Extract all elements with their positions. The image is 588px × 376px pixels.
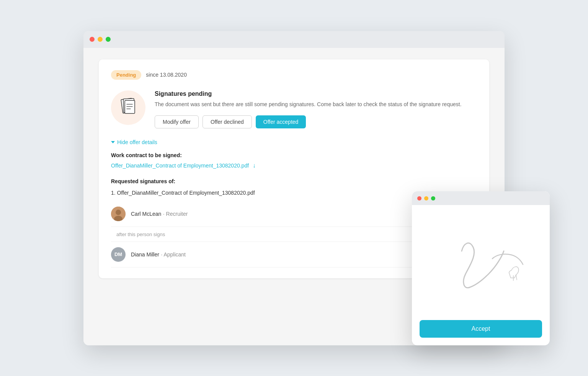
popup-window: Accept bbox=[412, 191, 550, 345]
accept-btn-row: Accept bbox=[412, 320, 550, 345]
popup-traffic-light-red[interactable] bbox=[417, 196, 421, 200]
signatures-title: Signatures pending bbox=[155, 90, 477, 97]
work-contract-label: Work contract to be signed: bbox=[111, 152, 477, 158]
avatar-carl bbox=[111, 207, 126, 221]
traffic-light-red[interactable] bbox=[90, 37, 95, 42]
signatures-section: Signatures pending The document was sent… bbox=[111, 90, 477, 128]
traffic-light-yellow[interactable] bbox=[98, 37, 103, 42]
signatures-desc: The document was sent but there are stil… bbox=[155, 100, 477, 108]
svg-rect-2 bbox=[125, 100, 135, 113]
offer-declined-button[interactable]: Offer declined bbox=[203, 115, 252, 128]
signatures-info: Signatures pending The document was sent… bbox=[155, 90, 477, 128]
modify-offer-button[interactable]: Modify offer bbox=[155, 115, 199, 128]
document-icon bbox=[118, 97, 139, 118]
action-buttons: Modify offer Offer declined Offer accept… bbox=[155, 115, 477, 128]
contract-file-link[interactable]: Offer_DianaMiller_Contract of Employment… bbox=[111, 163, 249, 169]
diana-name: Diana Miller bbox=[131, 251, 159, 258]
window-titlebar bbox=[83, 31, 505, 48]
signer-name-carl: Carl McLean · Recruiter bbox=[131, 210, 188, 217]
chevron-down-icon bbox=[111, 141, 115, 143]
popup-traffic-light-yellow[interactable] bbox=[424, 196, 428, 200]
signature-area bbox=[420, 220, 542, 305]
requested-signatures-label: Requested signatures of: bbox=[111, 178, 477, 184]
after-signs-text: after this person signs bbox=[111, 232, 165, 237]
doc-icon-circle bbox=[111, 90, 145, 125]
popup-content bbox=[412, 205, 550, 320]
popup-traffic-light-green[interactable] bbox=[431, 196, 435, 200]
diana-initials: DM bbox=[111, 247, 126, 262]
hide-offer-link[interactable]: Hide offer details bbox=[111, 139, 477, 145]
avatar-diana: DM bbox=[111, 247, 126, 262]
popup-titlebar bbox=[412, 191, 550, 205]
sig-file-index: 1. bbox=[111, 190, 116, 196]
accept-button[interactable]: Accept bbox=[420, 320, 542, 338]
sig-file-name: Offer_DianaMiller_Contract of Employment… bbox=[117, 190, 255, 196]
download-icon[interactable]: ↓ bbox=[253, 162, 256, 169]
carl-photo bbox=[111, 207, 126, 221]
since-text: since 13.08.2020 bbox=[146, 72, 187, 78]
carl-role: · Recruiter bbox=[163, 211, 188, 217]
offer-accepted-button[interactable]: Offer accepted bbox=[256, 115, 306, 128]
signature-svg bbox=[431, 228, 531, 297]
status-row: Pending since 13.08.2020 bbox=[111, 70, 477, 80]
contract-file-row: Offer_DianaMiller_Contract of Employment… bbox=[111, 162, 477, 169]
hide-offer-label: Hide offer details bbox=[117, 139, 157, 145]
signer-name-diana: Diana Miller · Applicant bbox=[131, 251, 186, 258]
svg-point-7 bbox=[116, 210, 121, 215]
diana-role: · Applicant bbox=[161, 251, 186, 258]
traffic-light-green[interactable] bbox=[106, 37, 111, 42]
carl-name: Carl McLean bbox=[131, 211, 161, 217]
pending-badge: Pending bbox=[111, 70, 141, 80]
